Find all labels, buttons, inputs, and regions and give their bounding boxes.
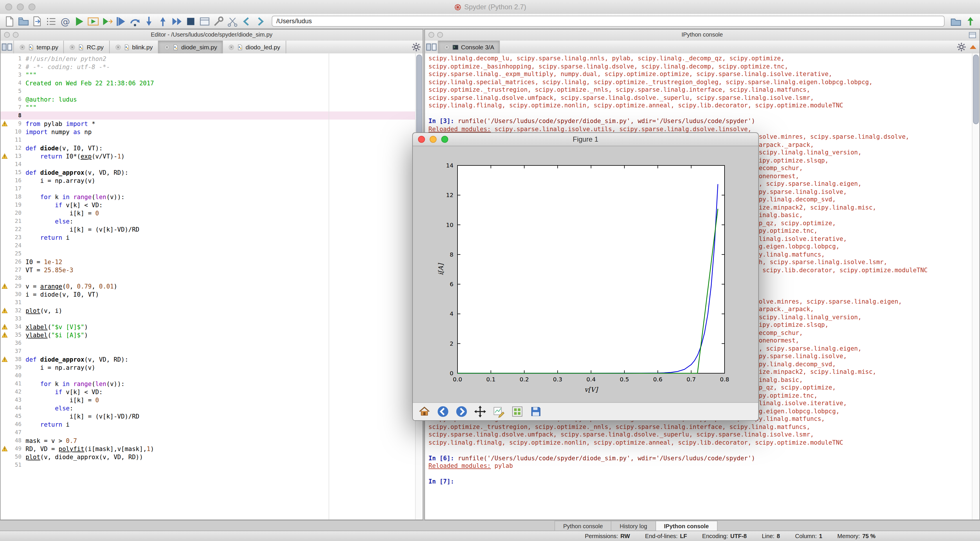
zoom-button[interactable] — [29, 3, 35, 10]
code-line-48[interactable]: 48mask = v > 0.7 — [1, 436, 423, 445]
console-options-gear-icon[interactable] — [956, 42, 967, 52]
tab-close-icon[interactable] — [444, 44, 450, 50]
code-line-39[interactable]: 39 i = np.array(v) — [1, 363, 423, 371]
code-line-13[interactable]: 13 return I0*(exp(v/VT)-1) — [1, 152, 423, 160]
dock-tab-python-console[interactable]: Python console — [554, 521, 612, 532]
code-line-36[interactable]: 36 — [1, 339, 423, 347]
fig-forward-icon[interactable] — [455, 405, 468, 418]
at-symbol-icon[interactable]: @ — [59, 15, 72, 27]
code-line-9[interactable]: 9from pylab import * — [1, 119, 423, 128]
continue-icon[interactable] — [171, 15, 183, 27]
code-line-11[interactable]: 11 — [1, 136, 423, 144]
pane-window-icon[interactable] — [968, 31, 977, 40]
console-scrollbar-thumb[interactable] — [973, 54, 979, 124]
file-switcher-icon[interactable] — [31, 15, 43, 27]
step-into-icon[interactable] — [143, 15, 155, 27]
code-line-21[interactable]: 21 else: — [1, 217, 423, 225]
wrench-icon[interactable] — [213, 15, 225, 27]
step-out-icon[interactable] — [157, 15, 169, 27]
code-line-22[interactable]: 22 i[k] = (v[k]-VD)/RD — [1, 225, 423, 233]
code-line-10[interactable]: 10import numpy as np — [1, 128, 423, 136]
code-line-15[interactable]: 15def diode_approx(v, VD, RD): — [1, 168, 423, 177]
code-line-26[interactable]: 26I0 = 1e-12 — [1, 258, 423, 266]
new-file-icon[interactable] — [3, 15, 16, 27]
close-pane-button[interactable] — [4, 32, 10, 38]
close-pane-button[interactable] — [428, 32, 434, 38]
code-line-43[interactable]: 43 i[k] = 0 — [1, 396, 423, 404]
code-line-51[interactable]: 51 — [1, 461, 423, 469]
forward-icon[interactable] — [254, 15, 266, 27]
code-line-28[interactable]: 28 — [1, 274, 423, 282]
code-line-25[interactable]: 25 — [1, 250, 423, 258]
scissors-icon[interactable] — [226, 15, 239, 27]
run-icon[interactable] — [73, 15, 85, 27]
editor-options-gear-icon[interactable] — [411, 42, 422, 52]
figure-zoom-button[interactable] — [441, 136, 448, 143]
code-line-32[interactable]: 32plot(v, i) — [1, 307, 423, 315]
dock-tab-ipython-console[interactable]: IPython console — [656, 521, 717, 532]
undock-pane-button[interactable] — [13, 32, 19, 38]
code-line-35[interactable]: 35ylabel("$i [A]$") — [1, 331, 423, 339]
editor-tab-temp.py[interactable]: temp.py — [14, 41, 64, 53]
console-tab[interactable]: Console 3/A — [438, 41, 500, 53]
code-line-23[interactable]: 23 return i — [1, 233, 423, 242]
browse-tabs-icon[interactable] — [425, 41, 438, 53]
home-icon[interactable] — [418, 405, 431, 418]
code-line-27[interactable]: 27VT = 25.85e-3 — [1, 266, 423, 274]
zoom-edit-icon[interactable] — [492, 405, 505, 418]
code-line-38[interactable]: 38def diode_approx(v, VD, RD): — [1, 355, 423, 363]
code-line-8[interactable]: 8 — [1, 111, 423, 119]
step-over-icon[interactable] — [129, 15, 141, 27]
subplots-icon[interactable] — [511, 405, 524, 418]
code-line-7[interactable]: 7""" — [1, 103, 423, 111]
figure-window[interactable]: Figure 1 0.00.10.20.30.40.50.60.70.80246… — [412, 132, 759, 421]
code-line-47[interactable]: 47 — [1, 428, 423, 436]
fig-back-icon[interactable] — [437, 405, 449, 418]
undock-pane-button[interactable] — [437, 32, 443, 38]
tab-close-icon[interactable] — [228, 44, 235, 50]
code-line-17[interactable]: 17 — [1, 185, 423, 193]
tab-close-icon[interactable] — [69, 44, 76, 50]
code-line-37[interactable]: 37 — [1, 347, 423, 355]
folder-icon[interactable] — [950, 15, 962, 27]
code-line-19[interactable]: 19 if v[k] < VD: — [1, 201, 423, 209]
code-line-33[interactable]: 33 — [1, 315, 423, 323]
editor-tab-diodo_led.py[interactable]: diodo_led.py — [223, 41, 286, 53]
code-line-34[interactable]: 34xlabel("$v [V]$") — [1, 323, 423, 331]
code-line-14[interactable]: 14 — [1, 160, 423, 168]
code-line-50[interactable]: 50plot(v, diode_approx(v, VD, RD)) — [1, 453, 423, 461]
editor-tab-blink.py[interactable]: blink.py — [110, 41, 159, 53]
dock-tab-history-log[interactable]: History log — [612, 521, 656, 532]
code-line-42[interactable]: 42 if v[k] < VD: — [1, 388, 423, 396]
code-line-1[interactable]: 1#!/usr/bin/env python2 — [1, 54, 423, 63]
stop-icon[interactable] — [185, 15, 197, 27]
code-line-2[interactable]: 2# -*- coding: utf-8 -*- — [1, 63, 423, 71]
list-icon[interactable] — [45, 15, 57, 27]
code-line-18[interactable]: 18 for k in range(len(v)): — [1, 193, 423, 201]
code-line-16[interactable]: 16 i = np.array(v) — [1, 177, 423, 185]
code-line-40[interactable]: 40 — [1, 371, 423, 380]
close-button[interactable] — [5, 3, 12, 10]
code-line-24[interactable]: 24 — [1, 242, 423, 250]
code-line-49[interactable]: 49RD, VD = polyfit(i[mask],v[mask],1) — [1, 445, 423, 453]
run-cell-icon[interactable] — [87, 15, 99, 27]
code-line-30[interactable]: 30i = diode(v, I0, VT) — [1, 290, 423, 298]
run-cell-advance-icon[interactable] — [101, 15, 113, 27]
pan-icon[interactable] — [474, 405, 487, 418]
back-icon[interactable] — [240, 15, 253, 27]
code-line-44[interactable]: 44 else: — [1, 404, 423, 412]
code-line-6[interactable]: 6@author: ludus — [1, 95, 423, 103]
figure-minimize-button[interactable] — [430, 136, 437, 143]
debug-icon[interactable] — [115, 15, 127, 27]
code-line-4[interactable]: 4Created on Wed Feb 22 21:38:06 2017 — [1, 79, 423, 87]
minimize-button[interactable] — [17, 3, 24, 10]
code-line-20[interactable]: 20 i[k] = 0 — [1, 209, 423, 217]
editor-tab-diode_sim.py[interactable]: diode_sim.py — [159, 41, 223, 53]
code-line-29[interactable]: 29v = arange(0, 0.79, 0.01) — [1, 282, 423, 290]
tab-close-icon[interactable] — [164, 44, 170, 50]
figure-close-button[interactable] — [418, 136, 425, 143]
code-line-3[interactable]: 3""" — [1, 71, 423, 79]
go-up-icon[interactable] — [964, 15, 977, 27]
tab-close-icon[interactable] — [115, 44, 121, 50]
code-line-45[interactable]: 45 i[k] = (v[k]-VD)/RD — [1, 412, 423, 420]
